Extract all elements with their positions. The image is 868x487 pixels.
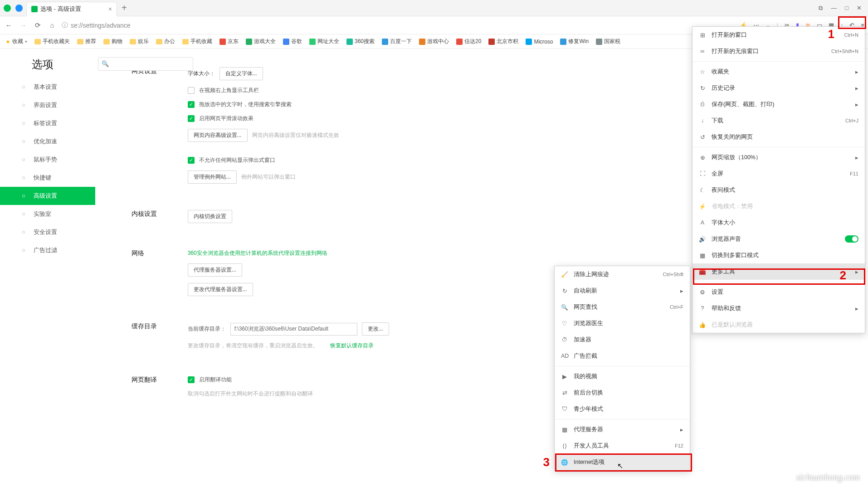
bookmark-item[interactable]: 修复Win — [560, 38, 589, 45]
checkbox-block-popup[interactable]: ✓ — [188, 157, 195, 164]
menu-item[interactable]: ⎙保存(网页、截图、打印)▸ — [692, 96, 865, 112]
annotation-number-3: 3 — [543, 455, 550, 469]
checkbox-translate[interactable]: ✓ — [188, 376, 195, 383]
bookmark-item[interactable]: 百度一下 — [382, 38, 412, 45]
nav-forward-button[interactable]: → — [18, 21, 28, 29]
window-close-button[interactable]: ✕ — [857, 5, 862, 12]
favorites-button[interactable]: ★收藏▾ — [5, 38, 27, 45]
menu-item[interactable]: 🧰更多工具▸ — [692, 263, 865, 280]
menu-item[interactable]: ↺恢复关闭的网页 — [692, 129, 865, 145]
cache-path-input[interactable] — [230, 323, 357, 336]
nav-reload-button[interactable]: ⟳ — [33, 21, 43, 29]
nav-back-button[interactable]: ← — [4, 21, 14, 29]
settings-search-input[interactable] — [98, 57, 193, 71]
bookmark-item[interactable]: 手机收藏夹 — [34, 38, 70, 45]
sidebar-item[interactable]: ○实验室 — [0, 205, 95, 223]
menu-item[interactable]: ▦切换到多窗口模式 — [692, 247, 865, 263]
bookmark-item[interactable]: 谷歌 — [283, 38, 302, 45]
submenu-item[interactable]: ↻自动刷新▸ — [555, 282, 690, 299]
checkbox-smooth-scroll[interactable]: ✓ — [188, 115, 195, 122]
bookmark-item[interactable]: 购物 — [103, 38, 122, 45]
extension-icon[interactable]: ⧉ — [819, 5, 823, 12]
bookmark-item[interactable]: 娱乐 — [130, 38, 149, 45]
bookmark-item[interactable]: 京东 — [219, 38, 239, 45]
change-proxy-button[interactable]: 更改代理服务器设置... — [188, 283, 253, 296]
submenu-item[interactable]: 🔍网页查找Ctrl+F — [555, 299, 690, 315]
sidebar-item[interactable]: ○界面设置 — [0, 96, 95, 114]
submenu-item[interactable]: ♡浏览器医生 — [555, 315, 690, 331]
checkbox-drag-search[interactable]: ✓ — [188, 101, 195, 108]
sidebar-icon: ○ — [22, 83, 29, 91]
menu-item[interactable]: ⚙设置 — [692, 284, 865, 300]
nav-home-button[interactable]: ⌂ — [47, 21, 57, 29]
proxy-settings-button[interactable]: 代理服务器设置... — [188, 263, 242, 277]
window-maximize-button[interactable]: □ — [845, 5, 848, 12]
bookmark-item[interactable]: 北京市积 — [488, 38, 518, 45]
sidebar-item[interactable]: ○标签设置 — [0, 114, 95, 132]
tab-close-button[interactable]: × — [108, 5, 112, 13]
sidebar-item[interactable]: ○基本设置 — [0, 78, 95, 96]
menu-icon: ⚡ — [699, 203, 706, 210]
section-title-kernel: 内核设置 — [132, 210, 186, 218]
submenu-icon: ⇄ — [561, 390, 568, 396]
active-tab[interactable]: 选项 - 高级设置 × — [26, 2, 117, 16]
bookmark-item[interactable]: 网址大全 — [309, 38, 339, 45]
menu-item[interactable]: ⊞打开新的窗口Ctrl+N — [692, 27, 865, 43]
submenu-item[interactable]: AD广告拦截 — [555, 348, 690, 364]
sidebar-icon: ○ — [22, 156, 29, 163]
menu-item[interactable]: ↓下载Ctrl+J — [692, 112, 865, 129]
sidebar-item[interactable]: ○广告过滤 — [0, 241, 95, 259]
bookmark-item[interactable]: 手机收藏 — [182, 38, 212, 45]
page-title: 选项 — [0, 57, 95, 78]
menu-item[interactable]: 🔊浏览器声音 — [692, 231, 865, 247]
site-icon — [419, 39, 425, 45]
bookmark-item[interactable]: 办公 — [156, 38, 175, 45]
restore-cache-link[interactable]: 恢复默认缓存目录 — [330, 342, 374, 350]
menu-item[interactable]: ⛶全屏F11 — [692, 166, 865, 182]
checkbox-video-toolbar[interactable] — [188, 87, 195, 94]
menu-item[interactable]: ☾夜间模式 — [692, 182, 865, 198]
submenu-item[interactable]: ⏱加速器 — [555, 331, 690, 348]
annotation-number-1: 1 — [828, 27, 834, 41]
submenu-item[interactable]: ▶我的视频 — [555, 368, 690, 385]
window-minimize-button[interactable]: — — [831, 5, 837, 12]
submenu-item[interactable]: 🧹清除上网痕迹Ctrl+Shift — [555, 266, 690, 282]
menu-item[interactable]: ☆收藏夹▸ — [692, 63, 865, 80]
bookmark-item[interactable]: 推荐 — [77, 38, 96, 45]
sidebar-item[interactable]: ○快捷键 — [0, 169, 95, 187]
bookmark-item[interactable]: 游戏大全 — [246, 38, 276, 45]
bookmark-item[interactable]: 国家税 — [596, 38, 620, 45]
bookmark-item[interactable]: 信达20 — [456, 38, 481, 45]
url-text[interactable]: se://settings/advance — [71, 22, 131, 29]
submenu-item[interactable]: ▦代理服务器▸ — [555, 421, 690, 438]
site-info-icon[interactable]: ⓘ — [62, 21, 68, 29]
cache-change-button[interactable]: 更改... — [362, 322, 389, 336]
sidebar-item[interactable]: ○高级设置 — [0, 187, 95, 205]
bookmark-item[interactable]: 360搜索 — [346, 38, 375, 45]
manage-exceptions-button[interactable]: 管理例外网站... — [188, 170, 237, 184]
submenu-item[interactable]: 🛡青少年模式 — [555, 401, 690, 417]
sidebar-item[interactable]: ○优化加速 — [0, 132, 95, 151]
sound-toggle[interactable] — [845, 235, 858, 243]
menu-item[interactable]: ?帮助和反馈▸ — [692, 300, 865, 317]
new-tab-button[interactable]: + — [117, 3, 132, 13]
menu-item[interactable]: ∞打开新的无痕窗口Ctrl+Shift+N — [692, 43, 865, 59]
bookmark-item[interactable]: Microso — [526, 38, 553, 45]
sidebar-item[interactable]: ○鼠标手势 — [0, 151, 95, 169]
submenu-icon: ▦ — [561, 426, 568, 433]
custom-font-button[interactable]: 自定义字体... — [219, 67, 263, 80]
submenu-icon: 🛡 — [561, 406, 568, 412]
sidebar-icon: ○ — [22, 247, 29, 254]
bookmark-item[interactable]: 游戏中心 — [419, 38, 449, 45]
chevron-right-icon: ▸ — [855, 154, 858, 161]
menu-icon: A — [699, 219, 706, 226]
site-icon — [219, 39, 226, 45]
kernel-switch-button[interactable]: 内核切换设置 — [188, 210, 232, 223]
menu-item[interactable]: A字体大小 — [692, 214, 865, 231]
menu-item[interactable]: ⊕网页缩放（100%）▸ — [692, 149, 865, 166]
sidebar-item[interactable]: ○安全设置 — [0, 223, 95, 241]
menu-item[interactable]: ↻历史记录▸ — [692, 80, 865, 96]
submenu-item[interactable]: ⟨⟩开发人员工具F12 — [555, 438, 690, 454]
submenu-item[interactable]: ⇄前后台切换 — [555, 385, 690, 401]
advanced-content-button[interactable]: 网页内容高级设置... — [188, 129, 248, 142]
